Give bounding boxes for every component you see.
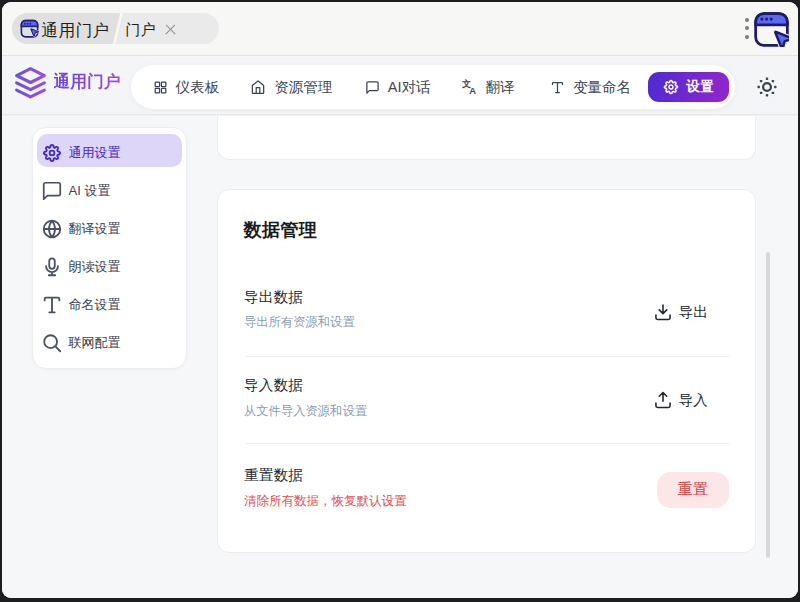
svg-text:A: A [469, 86, 476, 95]
